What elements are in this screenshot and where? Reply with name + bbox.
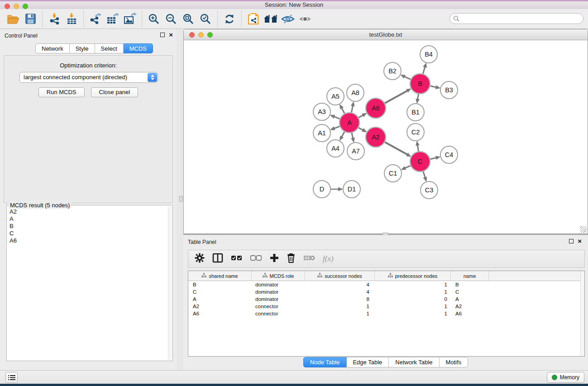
select-all-columns-icon[interactable] [231,255,243,263]
graph-edge-A-A2[interactable] [359,128,364,130]
zoom-selected-icon[interactable] [197,10,214,28]
graph-edge-B-B2[interactable] [404,76,411,79]
table-cell: 1 [375,303,451,310]
table-settings-gear-icon[interactable] [195,253,205,265]
memory-button[interactable]: Memory [547,372,584,383]
network-close-button[interactable] [189,32,195,38]
table-scrollbar[interactable] [580,271,584,356]
graph-edge-C-C3[interactable] [423,172,425,178]
home-networks-icon[interactable] [262,10,279,28]
close-window-button[interactable] [5,4,10,9]
save-session-icon[interactable] [22,10,39,28]
network-window-titlebar[interactable]: testGlobe.txt [184,29,588,40]
graph-edge-A-A8[interactable] [351,105,353,112]
graph-edge-A2-C[interactable] [385,142,408,155]
refresh-icon[interactable] [221,10,238,28]
task-history-button[interactable] [5,372,18,383]
tab-motifs[interactable]: Motifs [439,357,468,367]
column-header-shared-name[interactable]: shared name [188,271,252,281]
table-cell: 1 [375,310,451,317]
graph-node-label-B: B [418,80,422,87]
table-row[interactable]: Bdominator41B [188,281,584,288]
tab-network[interactable]: Network [35,43,70,53]
import-network-icon[interactable] [46,10,63,28]
graph-edge-C-C2[interactable] [417,144,418,152]
table-cell: 1 [305,303,375,310]
tab-style[interactable]: Style [70,43,95,53]
graph-node-label-A1: A1 [318,129,326,137]
mcds-result-item[interactable]: A6 [7,237,167,244]
show-columns-icon[interactable] [212,253,223,265]
zoom-fit-icon[interactable] [180,10,197,28]
mcds-result-item[interactable]: A2 [7,208,167,215]
mcds-result-item[interactable]: B [7,223,167,230]
tab-edge-table[interactable]: Edge Table [346,357,389,367]
show-all-eye-icon[interactable] [296,10,314,28]
tab-network-table[interactable]: Network Table [389,357,439,367]
column-header-MCDS-role[interactable]: MCDS role [252,271,305,281]
deselect-all-columns-icon[interactable] [250,255,262,263]
vertical-split-handle[interactable] [179,196,183,202]
mcds-result-item[interactable]: C [7,230,167,237]
graph-edge-B-B3[interactable] [430,86,437,87]
export-image-icon[interactable] [121,10,139,28]
table-row[interactable]: A6connector11A6 [188,310,584,317]
float-table-panel-icon[interactable] [569,239,574,243]
mcds-result-box: MCDS result (5 nodes) A2ABCA6 [6,205,173,361]
column-header-predecessor-nodes[interactable]: predecessor nodes [375,271,451,281]
minimize-window-button[interactable] [14,4,19,9]
criterion-value: largest connected component (directed) [24,74,127,81]
window-resize-grip[interactable] [580,226,587,233]
float-panel-icon[interactable] [160,33,165,37]
table-row[interactable]: Adominator80A [188,295,584,303]
export-table-icon[interactable] [104,10,121,28]
graph-edge-A-A3[interactable] [333,116,339,119]
network-canvas[interactable]: B4B2BB3A5A8A6A3AB1A1A2C2A4A7C4CC1DD1C3 [184,40,588,234]
memory-label: Memory [560,374,579,381]
graph-edge-B-B4[interactable] [423,66,425,74]
graph-edge-C-C4[interactable] [430,157,437,159]
tab-select[interactable]: Select [95,43,124,53]
export-network-icon[interactable] [87,10,104,28]
close-table-panel-icon[interactable]: × [578,239,582,243]
graph-edge-C-C1[interactable] [404,166,411,168]
close-panel-button[interactable]: Close panel [91,87,139,97]
combobox-stepper-icon[interactable] [148,73,157,82]
graph-edge-A-A7[interactable] [352,133,353,139]
tab-node-table[interactable]: Node Table [303,357,347,367]
zoom-window-button[interactable] [23,4,28,9]
import-table-icon[interactable] [63,10,80,28]
graph-edge-A-A6[interactable] [359,114,364,117]
table-row[interactable]: Cdominator41C [188,288,584,295]
hide-selected-eye-icon[interactable] [279,10,296,28]
graph-edge-A-A5[interactable] [341,107,344,114]
criterion-select[interactable]: largest connected component (directed) [19,72,158,83]
zoom-out-icon[interactable] [163,10,180,28]
graph-edge-A-A4[interactable] [341,132,344,138]
graph-edge-A6-B[interactable] [385,90,408,103]
table-row[interactable]: A2connector11A2 [188,303,584,310]
open-session-icon[interactable] [5,10,22,28]
new-network-from-selection-icon[interactable] [245,10,262,28]
graph-edge-B-B1[interactable] [417,94,418,100]
mcds-list-scrollbar[interactable] [168,206,172,360]
delete-column-trash-icon[interactable] [287,253,296,265]
network-minimize-button[interactable] [198,32,204,38]
column-header-name[interactable]: name [451,271,489,281]
zoom-in-icon[interactable] [145,10,163,28]
network-zoom-button[interactable] [207,32,213,38]
mcds-result-item[interactable]: A [7,215,167,223]
add-column-icon[interactable] [270,253,279,264]
node-table-body: Bdominator41BCdominator41CAdominator80AA… [188,281,584,317]
memory-status-icon [552,375,557,380]
close-panel-icon[interactable]: × [169,33,173,37]
toolbar-search[interactable] [449,13,583,24]
column-header-successor-nodes[interactable]: successor nodes [305,271,375,281]
table-cell: 0 [375,295,451,303]
tab-mcds[interactable]: MCDS [124,43,153,53]
window-title: Session: New Session [265,1,323,8]
run-mcds-button[interactable]: Run MCDS [38,87,85,97]
graph-node-label-C1: C1 [389,170,397,177]
search-input[interactable] [461,14,583,23]
graph-edge-A-A1[interactable] [333,126,339,129]
